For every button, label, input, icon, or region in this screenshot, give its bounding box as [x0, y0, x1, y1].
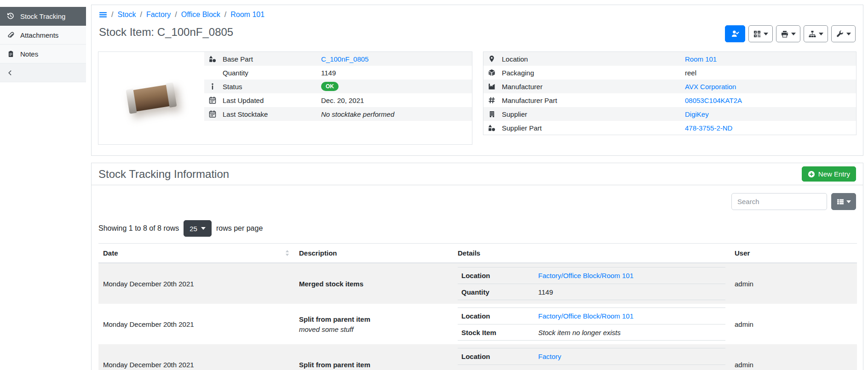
wrench-icon — [836, 30, 844, 38]
detail-packaging-value: reel — [685, 69, 696, 77]
part-image[interactable] — [98, 52, 204, 144]
breadcrumb-link-factory[interactable]: Factory — [146, 11, 171, 19]
sub-stock-item-value: Stock item no longer exists — [538, 329, 621, 336]
page-size-value: 25 — [190, 225, 197, 233]
main-content: /Stock/Factory/Office Block/Room 101 Sto… — [91, 5, 863, 370]
user-actions-button[interactable] — [725, 25, 745, 42]
new-entry-button[interactable]: New Entry — [802, 166, 856, 182]
detail-label: Last Stocktake — [223, 110, 268, 118]
breadcrumb: /Stock/Factory/Office Block/Room 101 — [92, 5, 863, 21]
breadcrumb-separator: / — [175, 11, 177, 19]
stock-item-sourcing-table: LocationRoom 101PackagingreelManufacture… — [483, 52, 856, 135]
cell-description: Merged stock items — [294, 263, 453, 304]
caret-down-icon — [846, 33, 851, 35]
sidebar-item-notes[interactable]: Notes — [0, 45, 86, 63]
tracking-table: DateDescriptionDetailsUser Monday Decemb… — [98, 243, 857, 370]
rows-per-page-label: rows per page — [216, 224, 263, 233]
calendar-icon — [208, 97, 217, 104]
detail-label: Status — [223, 83, 242, 91]
cell-date: Monday December 20th 2021 — [98, 344, 294, 370]
barcode-actions-button[interactable] — [748, 25, 773, 42]
building-icon — [488, 111, 496, 118]
breadcrumb-separator: / — [224, 11, 226, 19]
clipboard-icon — [6, 51, 15, 57]
print-actions-button[interactable] — [776, 25, 800, 42]
tracking-row[interactable]: Monday December 20th 2021Split from pare… — [98, 304, 857, 344]
sidebar-item-stock-tracking[interactable]: Stock Tracking — [0, 7, 86, 26]
user-check-icon — [731, 30, 739, 38]
info-icon — [208, 83, 217, 90]
detail-row-base-part: Base PartC_100nF_0805 — [204, 52, 472, 66]
search-input[interactable] — [731, 193, 827, 210]
stock-item-details-table: Base PartC_100nF_0805Quantity1149StatusO… — [204, 52, 472, 144]
stock-tracking-body: Showing 1 to 8 of 8 rows 25 rows per pag… — [92, 185, 863, 370]
detail-sub-row: LocationFactory/Office Block/Room 101 — [458, 307, 725, 324]
sub-label: Stock Item — [461, 329, 538, 336]
shapes-icon — [208, 55, 217, 63]
detail-quantity-value: 1149 — [321, 69, 336, 77]
sub-location-link[interactable]: Factory/Office Block/Room 101 — [538, 312, 633, 320]
detail-label: Last Updated — [223, 97, 264, 104]
pagination-info: Showing 1 to 8 of 8 rows — [98, 224, 179, 233]
printer-icon — [781, 30, 788, 38]
tracking-panel-title: Stock Tracking Information — [98, 168, 229, 181]
sub-location-link[interactable]: Factory/Office Block/Room 101 — [538, 272, 633, 279]
breadcrumb-link-stock[interactable]: Stock — [117, 11, 136, 19]
column-header-details[interactable]: Details — [453, 244, 730, 263]
sub-label: Location — [461, 353, 538, 360]
detail-row-packaging: Packagingreel — [483, 66, 856, 80]
detail-supplier-link[interactable]: DigiKey — [685, 110, 709, 118]
stock-item-panel: /Stock/Factory/Office Block/Room 101 Sto… — [91, 5, 863, 156]
detail-row-quantity: Quantity1149 — [204, 66, 472, 80]
calendar-icon — [208, 110, 217, 118]
page-size-select[interactable]: 25 — [184, 220, 212, 237]
detail-label: Packaging — [502, 69, 534, 77]
caret-down-icon — [846, 200, 851, 203]
stock-actions-button[interactable] — [804, 25, 828, 42]
stock-tracking-header: Stock Tracking Information New Entry — [92, 163, 863, 185]
detail-row-supplier: SupplierDigiKey — [483, 107, 856, 121]
details-row: Base PartC_100nF_0805Quantity1149StatusO… — [92, 51, 863, 155]
qrcode-icon — [753, 30, 761, 38]
detail-label: Manufacturer — [502, 83, 542, 91]
cell-user: admin — [730, 304, 857, 344]
menu-icon[interactable] — [99, 11, 107, 19]
paperclip-icon — [6, 31, 15, 39]
caret-down-icon — [819, 33, 823, 35]
detail-label: Manufacturer Part — [502, 97, 557, 104]
detail-label: Base Part — [223, 55, 253, 63]
detail-row-status: StatusOK — [204, 80, 472, 93]
column-header-date[interactable]: Date — [98, 244, 294, 263]
admin-actions-button[interactable] — [831, 25, 856, 42]
detail-manufacturer-link[interactable]: AVX Corporation — [685, 83, 736, 91]
breadcrumb-link-room-101[interactable]: Room 101 — [230, 11, 264, 19]
table-toolbar — [98, 193, 856, 210]
cell-user: admin — [730, 263, 857, 304]
tracking-row[interactable]: Monday December 20th 2021Merged stock it… — [98, 263, 857, 304]
description-note: moved some stuff — [299, 325, 448, 333]
detail-row-location: LocationRoom 101 — [483, 52, 856, 66]
breadcrumb-link-office-block[interactable]: Office Block — [181, 11, 220, 19]
column-header-user[interactable]: User — [730, 244, 857, 263]
columns-button[interactable] — [831, 193, 856, 210]
detail-base-part-link[interactable]: C_100nF_0805 — [321, 55, 368, 63]
detail-row-manufacturer-part: Manufacturer Part08053C104KAT2A — [483, 93, 856, 107]
sidebar-item-label: Notes — [20, 50, 38, 58]
sub-location-link[interactable]: Factory — [538, 353, 561, 360]
detail-row-last-updated: Last UpdatedDec. 20, 2021 — [204, 93, 472, 107]
column-header-description[interactable]: Description — [294, 244, 453, 263]
cell-details: LocationFactory/Office Block/Room 101Qua… — [453, 263, 730, 304]
detail-supplier-part-link[interactable]: 478-3755-2-ND — [685, 124, 732, 132]
detail-manufacturer-part-link[interactable]: 08053C104KAT2A — [685, 97, 742, 104]
tracking-row[interactable]: Monday December 20th 2021Split from pare… — [98, 344, 857, 370]
sidebar-collapse-button[interactable] — [0, 63, 86, 82]
detail-location-link[interactable]: Room 101 — [685, 55, 717, 63]
sidebar-item-label: Stock Tracking — [20, 12, 65, 20]
sort-icon[interactable] — [285, 250, 290, 256]
capacitor-body — [133, 85, 169, 112]
new-entry-label: New Entry — [818, 170, 850, 178]
caret-down-icon — [791, 33, 796, 35]
cell-description: Split from parent itemmoved some stuff — [294, 304, 453, 344]
sidebar-item-attachments[interactable]: Attachments — [0, 26, 86, 45]
cell-description: Split from parent item — [294, 344, 453, 370]
